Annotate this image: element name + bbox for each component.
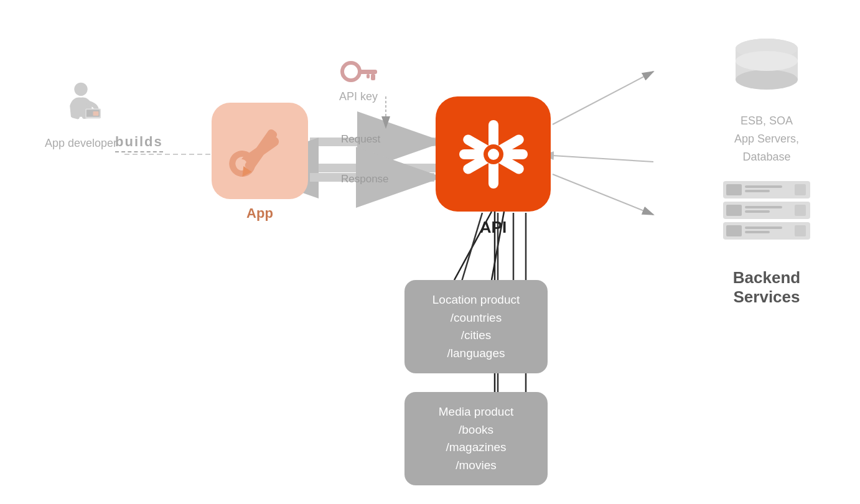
svg-point-38 xyxy=(488,149,499,160)
svg-rect-52 xyxy=(745,210,770,213)
svg-line-9 xyxy=(553,156,653,162)
esb-label: ESB, SOA App Servers, Database xyxy=(734,112,799,166)
svg-line-10 xyxy=(553,174,653,215)
api-icon xyxy=(436,96,551,212)
key-icon xyxy=(340,59,377,87)
app-section: App xyxy=(212,103,308,222)
diagram-container: App developer builds App xyxy=(0,0,860,504)
backend-services-label: Backend Services xyxy=(704,268,829,307)
svg-line-8 xyxy=(553,72,653,124)
svg-rect-23 xyxy=(93,111,99,116)
builds-label: builds xyxy=(115,134,163,152)
api-label: API xyxy=(480,218,507,237)
location-product-box: Location product /countries /cities /lan… xyxy=(404,280,548,373)
developer-icon xyxy=(56,81,106,131)
app-label: App xyxy=(246,205,273,222)
svg-rect-31 xyxy=(371,74,375,80)
svg-rect-57 xyxy=(745,231,770,233)
api-key-label: API key xyxy=(339,90,378,103)
api-section: API xyxy=(436,96,551,237)
svg-point-18 xyxy=(74,83,87,96)
svg-point-41 xyxy=(736,70,798,90)
svg-rect-45 xyxy=(726,184,742,195)
svg-rect-53 xyxy=(795,205,806,216)
svg-point-29 xyxy=(342,63,360,80)
api-logo-icon xyxy=(450,111,537,198)
developer-label: App developer xyxy=(45,137,117,150)
server-stack-icon xyxy=(717,178,816,246)
tools-icon xyxy=(223,114,297,189)
svg-rect-51 xyxy=(745,206,782,208)
svg-rect-56 xyxy=(745,226,782,229)
svg-rect-32 xyxy=(367,74,370,78)
media-product-text: Media product /books /magazines /movies xyxy=(417,403,535,474)
svg-rect-46 xyxy=(745,185,782,188)
backend-services-section: ESB, SOA App Servers, Database Backend S… xyxy=(704,37,829,307)
svg-rect-30 xyxy=(358,70,377,74)
svg-rect-47 xyxy=(745,190,770,192)
media-product-box: Media product /books /magazines /movies xyxy=(404,392,548,485)
svg-rect-58 xyxy=(795,225,806,236)
svg-rect-50 xyxy=(726,205,742,216)
api-key-section: API key xyxy=(339,59,378,103)
response-label: Response xyxy=(341,173,389,185)
svg-rect-27 xyxy=(243,128,278,172)
location-product-text: Location product /countries /cities /lan… xyxy=(417,291,535,362)
app-icon xyxy=(212,103,308,199)
database-icon xyxy=(726,37,807,100)
svg-point-43 xyxy=(736,51,798,71)
request-label: Request xyxy=(341,133,380,146)
svg-rect-48 xyxy=(795,184,806,195)
svg-rect-55 xyxy=(726,225,742,236)
